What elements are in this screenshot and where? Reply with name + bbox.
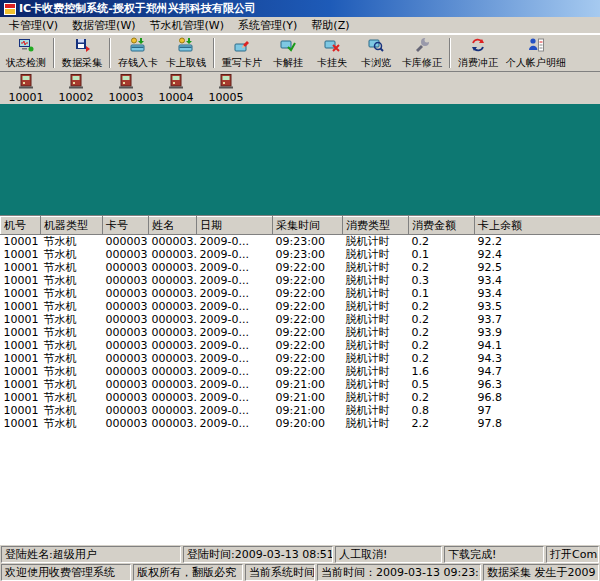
app-window: IC卡收费控制系统-授权于郑州兴邦科技有限公司 卡管理(V) 数据管理(W) 节… <box>0 0 600 581</box>
toolbar-button-rewrite-card[interactable]: 重写卡片 <box>218 36 266 71</box>
table-cell: 2009-0... <box>197 417 273 430</box>
machine-item-10003[interactable]: 10003 <box>108 74 144 104</box>
data-collect-icon <box>74 37 90 55</box>
machine-item-10001[interactable]: 10001 <box>8 74 44 104</box>
machine-status-bar: 10001 10002 10003 10004 10005 <box>0 72 600 104</box>
rewrite-card-icon <box>234 37 250 55</box>
column-header-card-balance[interactable]: 卡上余额 <box>475 217 600 235</box>
table-cell: 2.2 <box>409 417 475 430</box>
table-cell: 10001 <box>1 378 41 391</box>
table-cell: 000003... <box>149 248 197 261</box>
toolbar-button-card-browse[interactable]: 卡浏览 <box>354 36 398 71</box>
table-cell: 000003 <box>103 404 149 417</box>
menu-item-machine-management[interactable]: 节水机管理(W) <box>143 17 231 34</box>
table-cell: 2009-0... <box>197 248 273 261</box>
toolbar-button-card-unfreeze[interactable]: 卡解挂 <box>266 36 310 71</box>
table-row[interactable]: 10001节水机000003000003...2009-0...09:22:00… <box>1 287 600 300</box>
column-header-consume-type[interactable]: 消费类型 <box>343 217 409 235</box>
table-row[interactable]: 10001节水机000003000003...2009-0...09:22:00… <box>1 261 600 274</box>
table-row[interactable]: 10001节水机000003000003...2009-0...09:21:00… <box>1 391 600 404</box>
table-cell: 2009-0... <box>197 404 273 417</box>
toolbar-button-deposit[interactable]: 存钱入卡 <box>114 36 162 71</box>
table-row[interactable]: 10001节水机000003000003...2009-0...09:23:00… <box>1 235 600 249</box>
column-header-date[interactable]: 日期 <box>197 217 273 235</box>
table-row[interactable]: 10001节水机000003000003...2009-0...09:22:00… <box>1 300 600 313</box>
menu-item-card-management[interactable]: 卡管理(V) <box>2 17 65 34</box>
table-cell: 10001 <box>1 248 41 261</box>
toolbar-button-account-detail[interactable]: 个人帐户明细 <box>502 36 570 71</box>
menu-item-data-management[interactable]: 数据管理(W) <box>65 17 142 34</box>
table-row[interactable]: 10001节水机000003000003...2009-0...09:22:00… <box>1 339 600 352</box>
toolbar-button-card-fix[interactable]: 卡库修正 <box>398 36 446 71</box>
table-cell: 000003... <box>149 261 197 274</box>
table-cell: 000003 <box>103 326 149 339</box>
table-cell: 09:21:00 <box>273 391 343 404</box>
table-cell: 000003... <box>149 313 197 326</box>
machine-item-10002[interactable]: 10002 <box>58 74 94 104</box>
table-row[interactable]: 10001节水机000003000003...2009-0...09:22:00… <box>1 352 600 365</box>
table-row[interactable]: 10001节水机000003000003...2009-0...09:21:00… <box>1 404 600 417</box>
toolbar-button-status-check[interactable]: 状态检测 <box>2 36 50 71</box>
table-cell: 2009-0... <box>197 391 273 404</box>
machine-id: 10002 <box>59 92 94 104</box>
table-cell: 10001 <box>1 313 41 326</box>
table-cell: 09:22:00 <box>273 365 343 378</box>
table-cell: 000003... <box>149 404 197 417</box>
deposit-card-icon <box>130 37 146 55</box>
toolbar-button-withdraw[interactable]: 卡上取钱 <box>162 36 210 71</box>
table-cell: 94.7 <box>475 365 600 378</box>
status-welcome: 欢迎使用收费管理系统 <box>1 564 131 581</box>
machine-icon <box>118 74 134 92</box>
table-cell: 0.1 <box>409 287 475 300</box>
table-row[interactable]: 10001节水机000003000003...2009-0...09:22:00… <box>1 274 600 287</box>
table-cell: 2009-0... <box>197 261 273 274</box>
column-header-machine-type[interactable]: 机器类型 <box>41 217 103 235</box>
machine-item-10004[interactable]: 10004 <box>158 74 194 104</box>
column-header-consume-amount[interactable]: 消费金额 <box>409 217 475 235</box>
table-row[interactable]: 10001节水机000003000003...2009-0...09:22:00… <box>1 326 600 339</box>
toolbar-button-data-collect[interactable]: 数据采集 <box>58 36 106 71</box>
table-cell: 000003... <box>149 326 197 339</box>
table-cell: 000003... <box>149 391 197 404</box>
toolbar-button-label: 个人帐户明细 <box>506 56 566 70</box>
table-row[interactable]: 10001节水机000003000003...2009-0...09:23:00… <box>1 248 600 261</box>
toolbar-separator <box>449 38 451 68</box>
toolbar-button-card-loss[interactable]: 卡挂失 <box>310 36 354 71</box>
menu-item-help[interactable]: 帮助(Z) <box>304 17 356 34</box>
column-header-machine-id[interactable]: 机号 <box>1 217 41 235</box>
table-row[interactable]: 10001节水机000003000003...2009-0...09:20:00… <box>1 417 600 430</box>
withdraw-card-icon <box>178 37 194 55</box>
table-cell: 000003 <box>103 300 149 313</box>
table-cell: 92.2 <box>475 235 600 249</box>
menu-item-system-management[interactable]: 系统管理(Y) <box>231 17 304 34</box>
table-cell: 09:23:00 <box>273 235 343 249</box>
table-cell: 2009-0... <box>197 235 273 249</box>
table-cell: 1.6 <box>409 365 475 378</box>
window-title: IC卡收费控制系统-授权于郑州兴邦科技有限公司 <box>19 1 256 16</box>
status-login-name: 登陆姓名:超级用户 <box>1 546 181 563</box>
table-cell: 2009-0... <box>197 326 273 339</box>
column-header-card-no[interactable]: 卡号 <box>103 217 149 235</box>
column-header-name[interactable]: 姓名 <box>149 217 197 235</box>
table-cell: 93.9 <box>475 326 600 339</box>
table-row[interactable]: 10001节水机000003000003...2009-0...09:22:00… <box>1 313 600 326</box>
toolbar-button-label: 状态检测 <box>6 56 46 70</box>
table-cell: 09:22:00 <box>273 274 343 287</box>
table-cell: 10001 <box>1 417 41 430</box>
toolbar-button-reversal[interactable]: 消费冲正 <box>454 36 502 71</box>
table-cell: 2009-0... <box>197 378 273 391</box>
machine-item-10005[interactable]: 10005 <box>208 74 244 104</box>
table-cell: 000003... <box>149 352 197 365</box>
table-row[interactable]: 10001节水机000003000003...2009-0...09:22:00… <box>1 365 600 378</box>
table-cell: 节水机 <box>41 365 103 378</box>
table-cell: 92.5 <box>475 261 600 274</box>
status-manual-cancel: 人工取消! <box>335 546 442 563</box>
table-cell: 节水机 <box>41 378 103 391</box>
table-row[interactable]: 10001节水机000003000003...2009-0...09:21:00… <box>1 378 600 391</box>
table-cell: 96.8 <box>475 391 600 404</box>
status-system-time-label: 当前系统时间 <box>245 564 315 581</box>
table-cell: 0.2 <box>409 391 475 404</box>
machine-id: 10003 <box>109 92 144 104</box>
column-header-collect-time[interactable]: 采集时间 <box>273 217 343 235</box>
table-cell: 0.5 <box>409 378 475 391</box>
